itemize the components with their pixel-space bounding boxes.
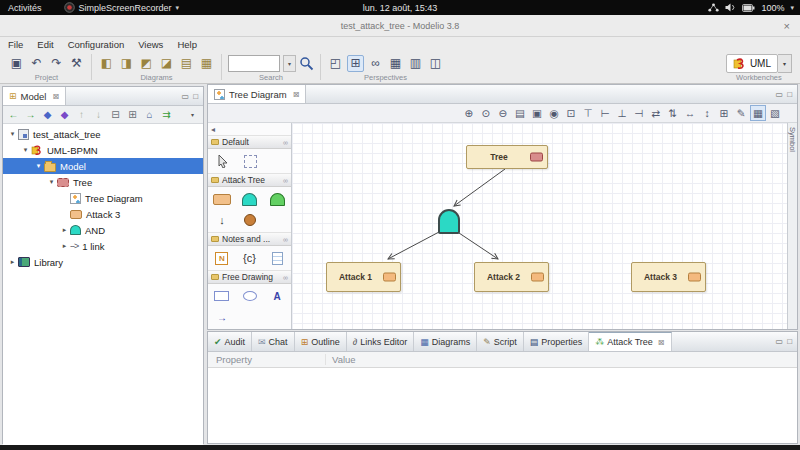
document-tool[interactable] bbox=[265, 249, 289, 267]
expand-arrow-icon[interactable]: ▾ bbox=[20, 146, 31, 154]
tree-item-links[interactable]: ▸ --> 1 link bbox=[3, 238, 203, 254]
palette-section-free-drawing[interactable]: Free Drawing ∞ bbox=[208, 270, 291, 284]
page-setup-button[interactable]: ▧ bbox=[767, 105, 783, 121]
minimize-button[interactable]: ▭ bbox=[776, 90, 784, 99]
close-icon[interactable]: ⊠ bbox=[52, 92, 59, 101]
window-close-button[interactable]: × bbox=[784, 20, 790, 32]
tree-item-library[interactable]: ▸ Library bbox=[3, 254, 203, 270]
pin-icon[interactable]: ∞ bbox=[283, 236, 288, 243]
align-bottom-button[interactable]: ⊥ bbox=[614, 105, 630, 121]
snapshot-button[interactable]: ◉ bbox=[546, 105, 562, 121]
tab-chat[interactable]: ✉ Chat bbox=[252, 332, 295, 351]
expand-arrow-icon[interactable]: ▸ bbox=[59, 226, 70, 234]
view-menu-dropdown[interactable]: ▾ bbox=[185, 107, 200, 122]
fit-to-content-button[interactable]: ⊞ bbox=[716, 105, 732, 121]
history-forward-button[interactable]: ◆ bbox=[57, 107, 72, 122]
pin-icon[interactable]: ∞ bbox=[283, 274, 288, 281]
toggle-grid-button[interactable]: ▦ bbox=[750, 105, 766, 121]
create-usecase-diagram-button[interactable]: ◨ bbox=[118, 55, 135, 72]
nav-forward-button[interactable]: → bbox=[23, 107, 38, 122]
expand-arrow-icon[interactable]: ▸ bbox=[7, 258, 18, 266]
search-options-dropdown[interactable]: ▾ bbox=[283, 55, 296, 72]
style-editor-button[interactable]: ✎ bbox=[733, 105, 749, 121]
property-table-body[interactable] bbox=[208, 368, 797, 443]
text-tool[interactable]: A bbox=[265, 287, 289, 305]
column-property[interactable]: Property bbox=[208, 354, 326, 365]
zoom-original-button[interactable]: ⊙ bbox=[478, 105, 494, 121]
system-clock[interactable]: lun. 12 août, 15:43 bbox=[363, 3, 438, 13]
maximize-button[interactable]: □ bbox=[193, 92, 198, 101]
tab-outline[interactable]: ⊞ Outline bbox=[295, 332, 347, 351]
move-down-button[interactable]: ↓ bbox=[91, 107, 106, 122]
symbol-view-tab[interactable]: Symbol bbox=[787, 123, 797, 329]
node-attack2[interactable]: Attack 2 bbox=[474, 262, 549, 292]
close-icon[interactable]: ⊠ bbox=[293, 90, 300, 99]
same-height-button[interactable]: ↕ bbox=[699, 105, 715, 121]
move-up-button[interactable]: ↑ bbox=[74, 107, 89, 122]
marquee-tool[interactable] bbox=[238, 152, 262, 170]
node-attack3[interactable]: Attack 3 bbox=[631, 262, 706, 292]
attack-node-tool[interactable] bbox=[210, 190, 234, 208]
zoom-selection-button[interactable]: ⊡ bbox=[563, 105, 579, 121]
zoom-out-button[interactable]: ⊖ bbox=[495, 105, 511, 121]
print-button[interactable]: ▤ bbox=[512, 105, 528, 121]
tab-properties[interactable]: ▤ Properties bbox=[524, 332, 590, 351]
perspective-model-button[interactable]: ⊞ bbox=[347, 55, 364, 72]
zoom-in-button[interactable]: ⊕ bbox=[461, 105, 477, 121]
tree-item-attack3[interactable]: Attack 3 bbox=[3, 206, 203, 222]
tree-item-uml-bpmn[interactable]: ▾ UML-BPMN bbox=[3, 142, 203, 158]
perspective-matrix-button[interactable]: ▥ bbox=[407, 55, 424, 72]
note-tool[interactable]: N bbox=[210, 249, 234, 267]
create-class-diagram-button[interactable]: ◧ bbox=[98, 55, 115, 72]
and-gate-tool[interactable] bbox=[238, 190, 262, 208]
tab-audit[interactable]: ✔ Audit bbox=[208, 332, 252, 351]
redo-button[interactable]: ↷ bbox=[48, 55, 65, 72]
align-top-button[interactable]: ⊤ bbox=[580, 105, 596, 121]
tree-item-tree[interactable]: ▾ Tree bbox=[3, 174, 203, 190]
perspective-custom-button[interactable]: ◫ bbox=[427, 55, 444, 72]
app-indicator[interactable]: SimpleScreenRecorder ▾ bbox=[64, 2, 180, 13]
tab-model[interactable]: ⊞ Model ⊠ bbox=[3, 87, 66, 105]
connector-tool[interactable]: ↓ bbox=[210, 211, 234, 229]
line-tool[interactable]: → bbox=[210, 308, 234, 326]
minimize-button[interactable]: ▭ bbox=[182, 92, 190, 101]
tree-item-project[interactable]: ▾ test_attack_tree bbox=[3, 126, 203, 142]
countermeasure-tool[interactable] bbox=[238, 211, 262, 229]
diagram-canvas[interactable]: Tree Attack 1 Attack 2 Attack 3 bbox=[292, 123, 787, 329]
workbench-dropdown[interactable]: ▾ bbox=[778, 54, 792, 73]
palette-section-default[interactable]: Default ∞ bbox=[208, 135, 291, 149]
save-image-button[interactable]: ▣ bbox=[529, 105, 545, 121]
distribute-horizontal-button[interactable]: ⇄ bbox=[648, 105, 664, 121]
node-attack1[interactable]: Attack 1 bbox=[326, 262, 401, 292]
activities-button[interactable]: Activités bbox=[8, 3, 42, 13]
menu-configuration[interactable]: Configuration bbox=[68, 39, 125, 50]
node-and-gate[interactable] bbox=[438, 209, 460, 234]
constraint-tool[interactable]: {c} bbox=[238, 249, 262, 267]
palette-section-attack-tree[interactable]: Attack Tree ∞ bbox=[208, 173, 291, 187]
sync-tree-button[interactable]: ⇉ bbox=[159, 107, 174, 122]
menu-views[interactable]: Views bbox=[138, 39, 163, 50]
search-input[interactable] bbox=[228, 55, 280, 72]
select-tool[interactable] bbox=[210, 152, 234, 170]
rectangle-tool[interactable] bbox=[210, 287, 234, 305]
perspective-welcome-button[interactable]: ◰ bbox=[327, 55, 344, 72]
menu-file[interactable]: File bbox=[8, 39, 23, 50]
history-back-button[interactable]: ◆ bbox=[40, 107, 55, 122]
create-matrix-button[interactable]: ▦ bbox=[198, 55, 215, 72]
expand-arrow-icon[interactable]: ▾ bbox=[7, 130, 18, 138]
create-deployment-diagram-button[interactable]: ◪ bbox=[158, 55, 175, 72]
nav-back-button[interactable]: ← bbox=[6, 107, 21, 122]
distribute-vertical-button[interactable]: ⇅ bbox=[665, 105, 681, 121]
perspective-diagram-button[interactable]: ▦ bbox=[387, 55, 404, 72]
tab-attack-tree[interactable]: ⁂ Attack Tree ⊠ bbox=[589, 332, 671, 351]
tree-item-tree-diagram[interactable]: Tree Diagram bbox=[3, 190, 203, 206]
ellipse-tool[interactable] bbox=[238, 287, 262, 305]
tree-item-model[interactable]: ▾ Model bbox=[3, 158, 203, 174]
expand-arrow-icon[interactable]: ▾ bbox=[33, 162, 44, 170]
node-tree[interactable]: Tree bbox=[466, 145, 548, 169]
perspective-links-button[interactable]: ∞ bbox=[367, 55, 384, 72]
save-button[interactable]: ▣ bbox=[8, 55, 25, 72]
same-width-button[interactable]: ↔ bbox=[682, 105, 698, 121]
pin-icon[interactable]: ∞ bbox=[283, 177, 288, 184]
minimize-button[interactable]: ▭ bbox=[776, 337, 784, 346]
